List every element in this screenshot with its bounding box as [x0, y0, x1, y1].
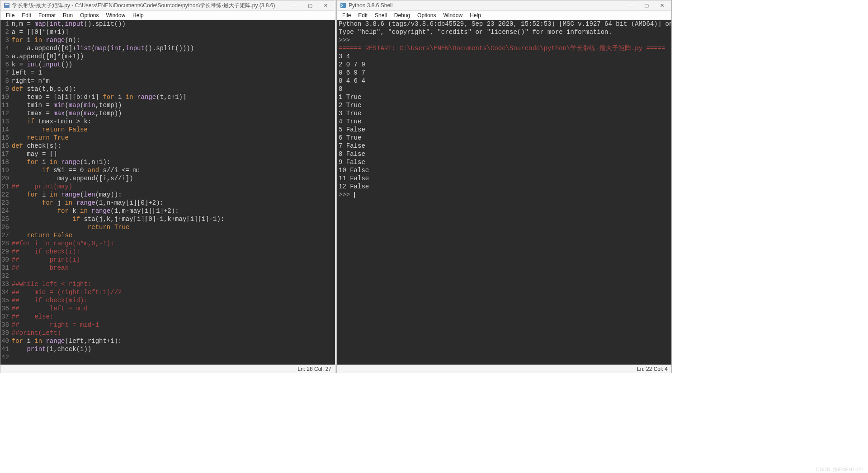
menu-options[interactable]: Options	[414, 12, 439, 19]
shell-window: Python 3.8.6 Shell — ▢ ✕ FileEditShellDe…	[336, 0, 672, 373]
menu-debug[interactable]: Debug	[391, 12, 414, 19]
menu-edit[interactable]: Edit	[18, 12, 35, 19]
menu-format[interactable]: Format	[35, 12, 59, 19]
svg-rect-2	[340, 3, 346, 8]
python-shell-icon	[340, 2, 347, 9]
editor-window: 学长带练-最大子矩阵.py - C:\Users\ENEN\Documents\…	[0, 0, 335, 373]
svg-rect-0	[4, 3, 9, 8]
minimize-button[interactable]: —	[287, 0, 302, 10]
svg-rect-1	[5, 4, 9, 5]
shell-text[interactable]: Python 3.8.6 (tags/v3.8.6:db45529, Sep 2…	[337, 20, 671, 365]
menu-run[interactable]: Run	[59, 12, 76, 19]
shell-menubar: FileEditShellDebugOptionsWindowHelp	[337, 11, 671, 20]
close-button[interactable]: ✕	[654, 0, 670, 10]
maximize-button[interactable]: ▢	[639, 0, 654, 10]
watermark: CSDN @ENEN1021	[816, 467, 864, 472]
menu-help[interactable]: Help	[466, 12, 485, 19]
editor-statusbar: Ln: 28 Col: 27	[0, 365, 335, 373]
shell-cursor-position: Ln: 22 Col: 4	[637, 366, 668, 372]
maximize-button[interactable]: ▢	[302, 0, 318, 10]
editor-titlebar[interactable]: 学长带练-最大子矩阵.py - C:\Users\ENEN\Documents\…	[0, 0, 335, 11]
line-number-gutter: 1 2 3 4 5 6 7 8 9 10 11 12 13 14 15 16 1…	[0, 20, 12, 365]
minimize-button[interactable]: —	[623, 0, 639, 10]
menu-options[interactable]: Options	[76, 12, 102, 19]
editor-cursor-position: Ln: 28 Col: 27	[297, 366, 331, 372]
code-area[interactable]: n,m = map(int,input().split()) a = [[0]*…	[12, 20, 335, 365]
shell-titlebar[interactable]: Python 3.8.6 Shell — ▢ ✕	[337, 0, 671, 11]
shell-statusbar: Ln: 22 Col: 4	[337, 365, 671, 373]
shell-title: Python 3.8.6 Shell	[349, 2, 623, 9]
editor-title: 学长带练-最大子矩阵.py - C:\Users\ENEN\Documents\…	[12, 2, 287, 9]
menu-window[interactable]: Window	[439, 12, 466, 19]
menu-window[interactable]: Window	[102, 12, 129, 19]
menu-file[interactable]: File	[2, 12, 18, 19]
python-file-icon	[3, 2, 10, 9]
shell-output[interactable]: Python 3.8.6 (tags/v3.8.6:db45529, Sep 2…	[337, 20, 671, 365]
menu-file[interactable]: File	[339, 12, 354, 19]
editor-menubar: FileEditFormatRunOptionsWindowHelp	[0, 11, 335, 20]
menu-edit[interactable]: Edit	[354, 12, 371, 19]
code-editor[interactable]: 1 2 3 4 5 6 7 8 9 10 11 12 13 14 15 16 1…	[0, 20, 335, 365]
shell-window-buttons: — ▢ ✕	[623, 0, 670, 10]
close-button[interactable]: ✕	[318, 0, 333, 10]
menu-shell[interactable]: Shell	[371, 12, 391, 19]
menu-help[interactable]: Help	[129, 12, 147, 19]
editor-window-buttons: — ▢ ✕	[287, 0, 333, 10]
